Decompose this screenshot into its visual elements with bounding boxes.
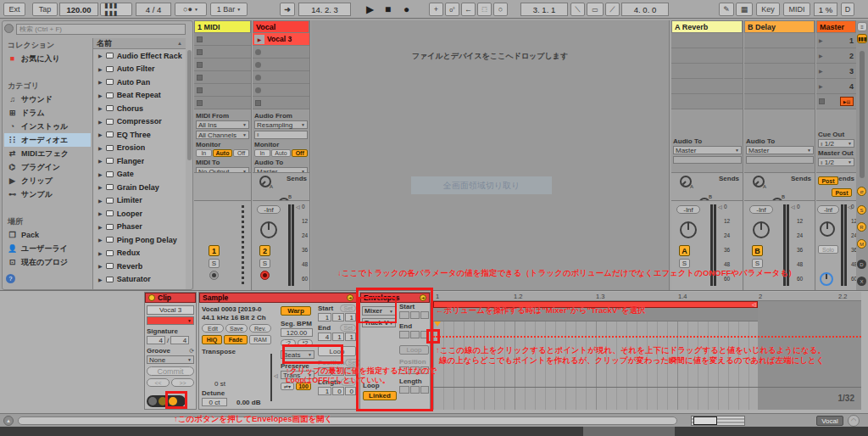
- session-view-toggle[interactable]: ▮▮▮: [857, 34, 867, 43]
- browser-item[interactable]: ▶Reverb: [93, 260, 186, 273]
- browser-list-header[interactable]: 名前▲: [93, 38, 186, 49]
- clip-stop-icon[interactable]: [197, 49, 203, 55]
- back-to-arrangement-button[interactable]: ▶▤: [840, 97, 854, 106]
- zoom-thumb[interactable]: [693, 416, 717, 425]
- punch-out-button[interactable]: ⟋: [605, 3, 620, 16]
- audio-from-sub-field[interactable]: ‖: [254, 131, 308, 139]
- browser-item[interactable]: ▶Auto Filter: [93, 63, 186, 76]
- clip-slot[interactable]: [194, 33, 251, 46]
- zoom-scroll-control[interactable]: [691, 416, 745, 426]
- return-b-activator[interactable]: B: [752, 245, 763, 256]
- sidebar-item-midi-effects[interactable]: ⇄MIDIエフェク: [4, 147, 91, 160]
- clip-stop-icon[interactable]: [197, 36, 203, 42]
- tap-tempo-button[interactable]: Tap: [32, 3, 58, 16]
- disclosure-triangle-icon[interactable]: ▶: [98, 92, 103, 98]
- disclosure-triangle-icon[interactable]: ▶: [98, 184, 103, 190]
- length-sixteenth[interactable]: 0: [345, 387, 356, 395]
- signature-denominator[interactable]: 4: [170, 336, 189, 344]
- audio-to-sub-field[interactable]: [673, 156, 742, 164]
- seg-bpm-field[interactable]: 120.00: [281, 328, 313, 337]
- clip-record-icon[interactable]: [255, 87, 261, 93]
- arrangement-view-toggle[interactable]: ≡: [857, 22, 867, 31]
- clip-start-marker[interactable]: [434, 321, 441, 327]
- start-sixteenth[interactable]: 1: [345, 313, 356, 321]
- browser-item[interactable]: ▶Phaser: [93, 221, 186, 234]
- key-map-button[interactable]: Key: [756, 3, 780, 16]
- env-end-bar[interactable]: [399, 331, 409, 338]
- disclosure-triangle-icon[interactable]: ▶: [98, 198, 103, 204]
- disclosure-triangle-icon[interactable]: ▶: [98, 131, 103, 137]
- disclosure-triangle-icon[interactable]: ▶: [98, 250, 103, 256]
- cue-volume-knob[interactable]: [820, 272, 833, 286]
- help-icon[interactable]: ?: [6, 274, 15, 283]
- sidebar-item-samples[interactable]: ⊷サンプル: [4, 187, 91, 201]
- overdub-button[interactable]: +: [429, 3, 443, 16]
- stop-button[interactable]: ■: [385, 4, 391, 14]
- disclosure-triangle-icon[interactable]: ▶: [98, 145, 103, 151]
- return-b-pan-knob[interactable]: [753, 221, 770, 238]
- loop-length-field[interactable]: 4. 0. 0: [621, 3, 669, 16]
- detail-view-chooser-icon[interactable]: ◠: [848, 415, 860, 427]
- end-beat[interactable]: 1: [332, 333, 343, 341]
- transpose-value[interactable]: 0 st: [214, 380, 225, 388]
- sidebar-item-favorites[interactable]: ■お気に入り: [4, 52, 91, 65]
- scene-2[interactable]: ▶2: [816, 48, 856, 64]
- warp-mode-select[interactable]: Beats▼: [281, 350, 314, 359]
- set-start-button[interactable]: Set: [340, 305, 356, 312]
- monitor-auto-button[interactable]: Auto: [213, 149, 233, 157]
- clip-sample-tab[interactable]: [159, 397, 167, 405]
- track-header-1-midi[interactable]: 1 MIDI: [194, 20, 251, 33]
- play-button[interactable]: ▶: [366, 4, 374, 14]
- disclosure-triangle-icon[interactable]: ▶: [98, 119, 103, 125]
- sample-loop-button[interactable]: Loop: [318, 346, 356, 356]
- clip-slot[interactable]: [194, 84, 251, 97]
- sends-section-toggle[interactable]: S: [857, 205, 866, 215]
- clip-slot[interactable]: [194, 71, 251, 84]
- return-b-header[interactable]: B Delay: [744, 20, 815, 33]
- session-scrollbar[interactable]: [860, 51, 865, 178]
- fade-button[interactable]: Fade: [224, 335, 248, 344]
- envelope-loop-button[interactable]: Loop: [399, 345, 429, 355]
- crossfader-toggle[interactable]: X: [857, 277, 866, 286]
- automation-arm-button[interactable]: o°: [445, 3, 459, 16]
- return-a-activator[interactable]: A: [679, 245, 690, 256]
- sidebar-item-pack[interactable]: ❒Pack: [4, 228, 91, 242]
- beat-time-ruler[interactable]: 1 1.2 1.3 1.4 2 2.2: [433, 292, 861, 301]
- sidebar-item-user-library[interactable]: 👤ユーザーライ: [4, 242, 91, 255]
- return-a-solo-button[interactable]: S: [679, 259, 690, 268]
- return-b-solo-button[interactable]: S: [752, 259, 763, 268]
- clip-slot[interactable]: [253, 84, 309, 97]
- clip-slot[interactable]: [253, 97, 309, 109]
- midi-map-button[interactable]: MIDI: [783, 3, 810, 16]
- disclosure-triangle-icon[interactable]: ▶: [98, 53, 103, 59]
- browser-item[interactable]: ▶Ping Pong Delay: [93, 233, 186, 247]
- scene-play-icon[interactable]: ▶: [819, 37, 823, 43]
- length-beat[interactable]: 0: [332, 387, 343, 395]
- computer-midi-keyboard-button[interactable]: ▦: [736, 3, 753, 16]
- clip-record-icon[interactable]: [255, 62, 261, 68]
- browser-item[interactable]: ▶Limiter: [93, 194, 186, 208]
- clip-color-select[interactable]: ▼: [147, 316, 194, 325]
- browser-item[interactable]: ▶Saturator: [93, 273, 186, 287]
- track-2-activator[interactable]: 2: [259, 245, 270, 256]
- punch-in-button[interactable]: ⟍: [570, 3, 585, 16]
- track-2-arm-button[interactable]: [260, 271, 270, 280]
- browser-item[interactable]: ▶Audio Effect Rack: [93, 49, 186, 63]
- disclosure-triangle-icon[interactable]: ▶: [98, 224, 103, 230]
- start-bar[interactable]: 1: [318, 313, 331, 321]
- browser-item[interactable]: ▶Beat Repeat: [93, 89, 186, 103]
- current-track-button[interactable]: Vocal: [816, 416, 843, 426]
- scene-4[interactable]: ▶4: [816, 79, 856, 94]
- loop-switch-button[interactable]: ▭: [587, 3, 604, 16]
- session-record-button[interactable]: ○: [493, 3, 508, 16]
- disclosure-triangle-icon[interactable]: ▶: [98, 210, 103, 216]
- disclosure-triangle-icon[interactable]: ▶: [98, 105, 103, 111]
- audio-from-select[interactable]: Resampling▼: [254, 120, 308, 129]
- clip-slot[interactable]: [194, 97, 251, 109]
- scene-play-icon[interactable]: ▶: [819, 83, 823, 89]
- tempo-field[interactable]: 120.00: [59, 3, 98, 16]
- browser-item[interactable]: ▶Chorus: [93, 102, 186, 115]
- groove-nudge-button[interactable]: ○● ▼: [175, 3, 207, 16]
- disclosure-triangle-icon[interactable]: ▶: [98, 263, 103, 269]
- clip-stop-icon[interactable]: [197, 100, 203, 106]
